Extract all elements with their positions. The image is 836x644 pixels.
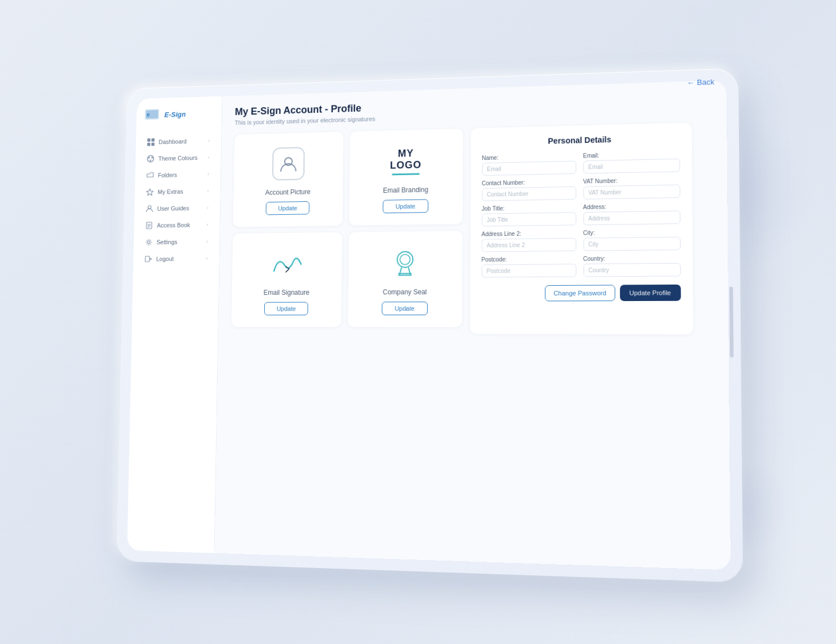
svg-point-17: [147, 241, 150, 244]
email-branding-icon-area: MY LOGO: [386, 141, 425, 181]
sidebar-item-access-book[interactable]: Access Book ›: [137, 217, 217, 234]
sidebar-item-folders[interactable]: Folders ›: [138, 166, 218, 184]
my-logo-text: MY LOGO: [386, 147, 425, 171]
signature-svg-icon: [269, 250, 305, 278]
email-signature-label: Email Signature: [264, 289, 310, 296]
person-icon: [278, 154, 298, 173]
logo-area: e E-Sign: [136, 107, 222, 134]
contact-number-label: Contact Number:: [482, 179, 576, 187]
sidebar-label-extras: My Extras: [158, 188, 183, 195]
sidebar-item-dashboard[interactable]: Dashboard ›: [139, 132, 218, 150]
sidebar-label-logout: Logout: [156, 256, 174, 262]
outer-wrapper: ← Back 💬 e E-Sign: [0, 0, 836, 644]
svg-rect-13: [146, 222, 151, 229]
vat-number-field: VAT Number:: [583, 176, 680, 200]
personal-details-panel: Personal Details Name: Email:: [470, 122, 693, 334]
sidebar-item-my-extras[interactable]: My Extras ›: [138, 183, 217, 200]
sidebar-label-access: Access Book: [157, 222, 191, 228]
content-layout: Account Picture Update MY LOGO: [231, 122, 716, 334]
email-branding-card: MY LOGO Email Branding Update: [349, 129, 463, 226]
city-input[interactable]: [583, 237, 680, 251]
sidebar-nav: Dashboard › Theme Colours ›: [127, 132, 221, 542]
email-signature-update-button[interactable]: Update: [264, 302, 309, 316]
country-field: Country:: [583, 255, 681, 277]
logo-icon: e: [145, 109, 162, 121]
scrollbar[interactable]: [729, 287, 734, 358]
palette-icon: [147, 155, 154, 163]
address-input[interactable]: [583, 210, 680, 225]
name-input[interactable]: [482, 161, 576, 176]
sidebar-item-user-guides[interactable]: User Guides ›: [137, 200, 217, 217]
sidebar-label-theme: Theme Colours: [158, 154, 197, 162]
chevron-icon: ›: [206, 239, 208, 244]
address-line-2-field: Address Line 2:: [482, 230, 576, 252]
svg-marker-11: [146, 189, 153, 196]
sidebar-label-folders: Folders: [158, 172, 177, 179]
chevron-icon: ›: [208, 155, 209, 160]
svg-point-8: [148, 157, 150, 159]
account-picture-update-button[interactable]: Update: [265, 201, 310, 215]
grid-icon: [147, 138, 155, 146]
svg-point-21: [400, 255, 410, 265]
contact-number-input[interactable]: [482, 187, 576, 201]
company-seal-card: Company Seal Update: [348, 231, 462, 327]
personal-details-form: Name: Email: Contact Number:: [482, 150, 681, 277]
cards-column: Account Picture Update MY LOGO: [231, 129, 463, 334]
vat-number-input[interactable]: [583, 185, 680, 200]
company-seal-icon-area: [385, 243, 424, 283]
book-icon: [145, 222, 153, 230]
chevron-icon: ›: [207, 205, 209, 211]
email-input[interactable]: [583, 159, 680, 174]
account-picture-icon: [272, 147, 305, 180]
svg-point-9: [151, 157, 153, 159]
chevron-icon: ›: [206, 256, 208, 261]
postcode-input[interactable]: [482, 264, 576, 277]
svg-rect-5: [147, 143, 151, 146]
svg-rect-6: [151, 143, 155, 146]
screen: e E-Sign Dashboard ›: [127, 80, 731, 570]
city-field: City:: [583, 228, 681, 251]
name-label: Name:: [482, 153, 576, 162]
main-content: My E-Sign Account - Profile This is your…: [214, 80, 731, 570]
svg-rect-4: [151, 138, 155, 142]
country-input[interactable]: [583, 263, 681, 277]
chevron-icon: ›: [208, 171, 209, 177]
svg-point-12: [148, 205, 151, 209]
job-title-label: Job Title:: [482, 204, 576, 212]
job-title-field: Job Title:: [482, 204, 576, 227]
address-line-2-label: Address Line 2:: [482, 230, 576, 238]
extras-icon: [146, 188, 154, 196]
chevron-icon: ›: [208, 138, 210, 143]
svg-text:e: e: [147, 112, 150, 118]
sidebar-item-theme-colours[interactable]: Theme Colours ›: [138, 149, 218, 167]
company-seal-update-button[interactable]: Update: [382, 302, 428, 315]
gear-icon: [145, 238, 153, 245]
personal-details-title: Personal Details: [482, 133, 680, 147]
sidebar-item-logout[interactable]: Logout ›: [136, 250, 216, 267]
address-label: Address:: [583, 202, 680, 210]
vat-number-label: VAT Number:: [583, 176, 680, 184]
user-icon: [146, 205, 153, 213]
sidebar-item-settings[interactable]: Settings ›: [137, 233, 217, 250]
svg-rect-18: [145, 256, 150, 262]
sidebar-label-settings: Settings: [157, 239, 178, 245]
update-profile-button[interactable]: Update Profile: [620, 285, 681, 301]
email-label: Email:: [583, 150, 680, 159]
job-title-input[interactable]: [482, 212, 576, 226]
email-branding-update-button[interactable]: Update: [383, 199, 428, 213]
change-password-button[interactable]: Change Password: [545, 285, 615, 301]
address-line-2-input[interactable]: [482, 238, 576, 252]
email-signature-icon-area: [268, 244, 306, 283]
country-label: Country:: [583, 255, 681, 262]
page-header: My E-Sign Account - Profile This is your…: [235, 92, 715, 126]
back-button[interactable]: ← Back: [687, 78, 715, 87]
cards-grid: Account Picture Update MY LOGO: [231, 129, 463, 327]
svg-point-10: [150, 159, 151, 161]
svg-rect-3: [147, 138, 151, 142]
seal-svg-icon: [390, 248, 420, 278]
account-picture-label: Account Picture: [265, 188, 311, 197]
logo-text: E-Sign: [164, 110, 186, 118]
sidebar-label-guides: User Guides: [157, 205, 189, 211]
chevron-icon: ›: [206, 222, 208, 227]
postcode-field: Postcode:: [482, 256, 576, 278]
